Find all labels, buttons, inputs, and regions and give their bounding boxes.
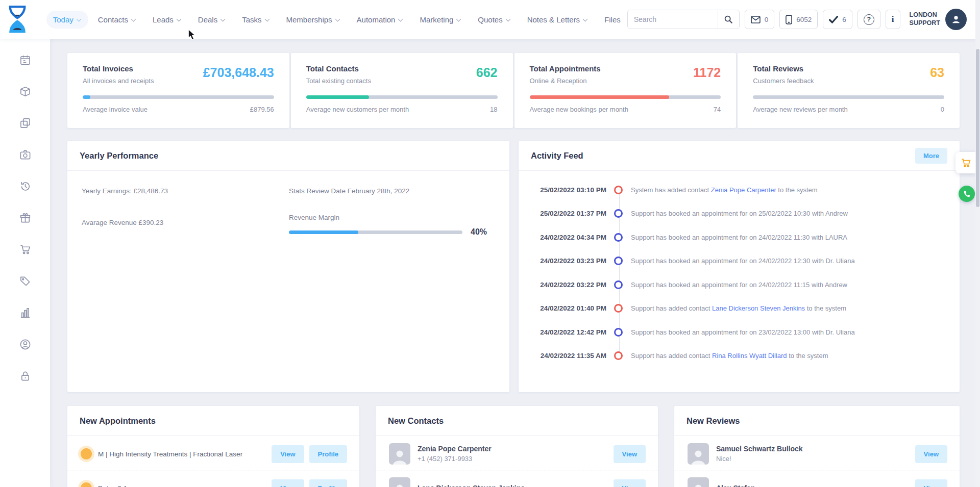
avatar (688, 443, 709, 465)
progress-bar (306, 95, 498, 99)
new-contacts-panel: New Contacts Zenia Pope Carpenter +1 (45… (376, 406, 658, 487)
scrollbar-track[interactable] (975, 0, 980, 487)
menu-label: Notes & Letters (527, 15, 580, 24)
review-row: Alex Stefan View (674, 471, 960, 487)
sidebar-cart-icon[interactable] (13, 237, 37, 262)
view-button[interactable]: View (614, 479, 646, 487)
panel-title: Yearly Performance (80, 151, 158, 161)
menu-item-quotes[interactable]: Quotes (471, 11, 517, 29)
feed-marker-blue-icon (614, 257, 623, 265)
contact-link[interactable]: Lane Dickerson Steven Jenkins (712, 304, 805, 312)
navbar-right: 0 6052 6 ? i LONDON (627, 9, 980, 30)
menu-item-marketing[interactable]: Marketing (413, 11, 468, 29)
chevron-down-icon (221, 16, 226, 21)
person-placeholder-icon (690, 482, 707, 487)
checkmark-icon (829, 16, 838, 23)
menu-item-leads[interactable]: Leads (146, 11, 188, 29)
menu-item-files[interactable]: Files (598, 11, 627, 29)
profile-button[interactable]: Profile (309, 445, 347, 463)
more-button[interactable]: More (915, 148, 947, 164)
yearly-performance-panel: Yearly Performance Yearly Earnings: £28,… (67, 141, 509, 392)
search-input[interactable] (628, 10, 718, 29)
main-menu: Today Contacts Leads Deals Tasks Members… (46, 11, 627, 29)
menu-item-today[interactable]: Today (46, 11, 88, 29)
appointment-row: M | High Intensity Treatments | Fraction… (67, 437, 359, 471)
person-placeholder-icon (690, 448, 707, 465)
card-footer-value: £879.56 (250, 106, 274, 113)
feed-item: 24/02/2022 01:40 PM Support has added co… (519, 297, 960, 321)
floating-cart-button[interactable] (955, 152, 976, 173)
status-dot-icon (81, 448, 92, 459)
scrollbar-thumb[interactable] (976, 49, 979, 207)
menu-item-deals[interactable]: Deals (191, 11, 232, 29)
view-button[interactable]: View (272, 479, 304, 487)
card-value: 1172 (693, 65, 721, 80)
question-circle-icon: ? (864, 14, 874, 25)
sidebar-history-icon[interactable] (13, 174, 37, 198)
feed-text: Support has booked an appointment for on… (631, 210, 848, 217)
contact-link[interactable]: Zenia Pope Carpenter (711, 186, 776, 194)
appointment-title: M | High Intensity Treatments | Fraction… (98, 450, 242, 458)
sidebar-account-icon[interactable] (13, 332, 37, 356)
sidebar-report-icon[interactable] (13, 300, 37, 325)
info-icon: i (892, 14, 894, 24)
profile-button[interactable]: Profile (309, 479, 347, 487)
menu-item-tasks[interactable]: Tasks (235, 11, 276, 29)
feed-item: 25/02/2022 03:10 PM System has added con… (519, 178, 960, 202)
feed-marker-blue-icon (614, 328, 623, 337)
feed-marker-blue-icon (614, 209, 623, 218)
panels-row: Yearly Performance Yearly Earnings: £28,… (67, 141, 960, 392)
person-placeholder-icon (391, 482, 408, 487)
sidebar-calendar-icon[interactable] (13, 47, 37, 72)
messages-button[interactable]: 0 (745, 10, 775, 29)
card-footer-value: 18 (490, 106, 497, 113)
menu-item-memberships[interactable]: Memberships (280, 11, 347, 29)
view-button[interactable]: View (272, 445, 304, 463)
user-name: LONDON SUPPORT (910, 11, 940, 27)
sidebar-lock-icon[interactable] (13, 364, 37, 388)
floating-whatsapp-button[interactable] (959, 186, 975, 202)
card-value: 63 (930, 65, 944, 80)
menu-label: Deals (198, 15, 217, 24)
sms-button[interactable]: 6052 (779, 10, 818, 29)
view-button[interactable]: View (915, 479, 947, 487)
feed-text: Support has booked an appointment for on… (631, 281, 847, 289)
chevron-down-icon (583, 16, 588, 21)
panel-title: Activity Feed (531, 151, 583, 161)
app-logo[interactable] (0, 5, 35, 34)
info-button[interactable]: i (886, 10, 900, 29)
help-button[interactable]: ? (857, 10, 880, 29)
sidebar-copy-icon[interactable] (13, 111, 37, 135)
revenue-margin-bar (289, 230, 462, 234)
feed-timestamp: 25/02/2022 01:37 PM (519, 210, 606, 217)
reviewer-name: Samuel Schwartz Bullock (716, 444, 803, 454)
sidebar-package-icon[interactable] (13, 79, 37, 104)
activity-feed-list: 25/02/2022 03:10 PM System has added con… (519, 171, 960, 368)
menu-item-automation[interactable]: Automation (350, 11, 410, 29)
sidebar-tag-icon[interactable] (13, 269, 37, 293)
card-title: Total Appointments (530, 64, 601, 73)
view-button[interactable]: View (915, 445, 947, 463)
new-appointments-panel: New Appointments M | High Intensity Trea… (67, 406, 359, 487)
feed-marker-red-icon (614, 351, 623, 360)
chevron-down-icon (77, 16, 82, 21)
left-sidebar (0, 39, 50, 487)
tasks-button[interactable]: 6 (823, 10, 852, 29)
sidebar-camera-icon[interactable] (13, 142, 37, 167)
chevron-down-icon (336, 16, 340, 21)
chevron-down-icon (506, 16, 511, 21)
menu-item-contacts[interactable]: Contacts (91, 11, 143, 29)
appointment-title: Botox 3 Areas (98, 484, 141, 487)
search-button[interactable] (718, 10, 739, 29)
menu-label: Leads (153, 15, 174, 24)
user-avatar[interactable] (945, 9, 967, 30)
progress-bar (83, 95, 274, 99)
contact-link[interactable]: Rina Rollins Wyatt Dillard (712, 352, 787, 360)
sidebar-gift-icon[interactable] (13, 206, 37, 230)
menu-item-notes-letters[interactable]: Notes & Letters (521, 11, 595, 29)
yearly-earnings: Yearly Earnings: £28,486.73 (82, 187, 168, 195)
avatar (688, 477, 709, 487)
view-button[interactable]: View (614, 445, 646, 463)
feed-text: Support has added contact Rina Rollins W… (631, 352, 828, 360)
new-reviews-panel: New Reviews Samuel Schwartz Bullock Nice… (674, 406, 960, 487)
